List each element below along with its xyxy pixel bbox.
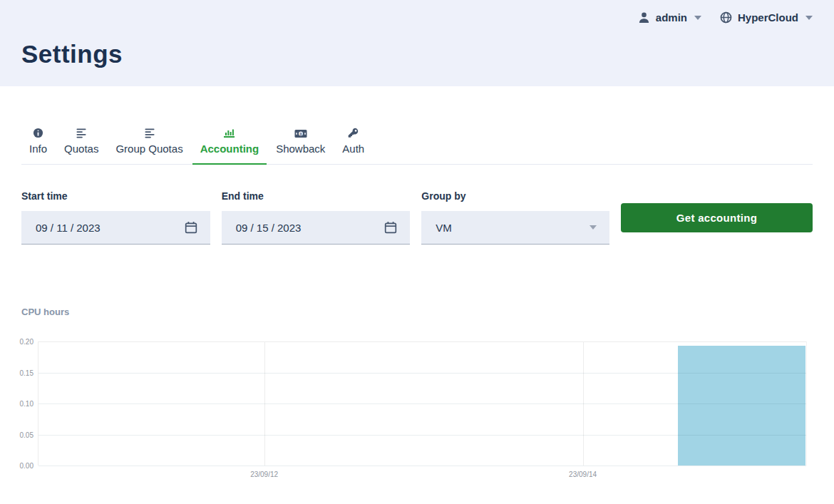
end-time-value: 09 / 15 / 2023	[236, 222, 385, 234]
end-time-input[interactable]: 09 / 15 / 2023	[222, 211, 411, 245]
main-content: Info Quotas Group Quotas Accounting 0 Sh…	[0, 127, 834, 466]
chevron-down-icon	[694, 16, 701, 20]
y-gridline	[38, 466, 806, 466]
tab-auth[interactable]: Auth	[334, 127, 372, 165]
user-icon	[638, 11, 650, 24]
x-tick-label: 23/09/12	[250, 470, 278, 478]
svg-text:0: 0	[299, 132, 302, 136]
x-tick-label: 23/09/14	[569, 470, 597, 478]
tab-label: Accounting	[200, 143, 259, 155]
chart-plot: 23/09/1223/09/140.200.150.100.050.00	[38, 341, 807, 466]
user-menu[interactable]: admin	[638, 11, 701, 24]
chevron-down-icon	[590, 225, 597, 230]
align-left-icon	[144, 127, 155, 138]
tab-info[interactable]: Info	[21, 127, 55, 165]
end-time-label: End time	[222, 190, 411, 202]
settings-tabbar: Info Quotas Group Quotas Accounting 0 Sh…	[21, 127, 813, 165]
cpu-hours-chart: 23/09/1223/09/140.200.150.100.050.00	[38, 341, 807, 466]
y-gridline	[38, 373, 806, 374]
tab-accounting[interactable]: Accounting	[192, 127, 267, 165]
end-time-field: End time 09 / 15 / 2023	[222, 190, 411, 245]
top-menus: admin HyperCloud	[638, 11, 813, 24]
chevron-down-icon	[805, 16, 813, 20]
zone-menu[interactable]: HyperCloud	[720, 11, 813, 24]
start-time-input[interactable]: 09 / 11 / 2023	[21, 211, 210, 245]
start-time-label: Start time	[21, 190, 210, 202]
page-title: Settings	[21, 40, 123, 68]
bar-chart-icon	[223, 127, 235, 138]
tab-label: Showback	[276, 143, 325, 155]
globe-icon	[720, 11, 732, 24]
get-accounting-button[interactable]: Get accounting	[621, 203, 813, 232]
align-left-icon	[76, 127, 87, 138]
start-time-field: Start time 09 / 11 / 2023	[21, 190, 210, 245]
chart-bar[interactable]	[678, 346, 805, 466]
key-icon	[348, 127, 359, 138]
tab-group-quotas[interactable]: Group Quotas	[108, 127, 190, 165]
submit-wrap: Get accounting	[621, 203, 813, 232]
page-header: admin HyperCloud Settings	[0, 0, 834, 86]
calendar-icon[interactable]	[384, 221, 397, 234]
info-circle-icon	[33, 127, 43, 138]
tab-showback[interactable]: 0 Showback	[268, 127, 333, 165]
accounting-form: Start time 09 / 11 / 2023 End time 09 / …	[21, 190, 813, 245]
y-tick-label: 0.05	[20, 431, 34, 438]
y-tick-label: 0.10	[20, 400, 34, 408]
tab-label: Quotas	[64, 143, 98, 155]
y-tick-label: 0.00	[20, 462, 34, 470]
group-by-field: Group by VM	[421, 190, 609, 245]
y-tick-label: 0.20	[20, 338, 34, 346]
tab-label: Group Quotas	[115, 143, 182, 155]
user-menu-label: admin	[656, 11, 687, 24]
start-time-value: 09 / 11 / 2023	[36, 222, 185, 234]
group-by-select[interactable]: VM	[421, 211, 609, 245]
group-by-label: Group by	[421, 190, 609, 202]
tab-label: Info	[29, 143, 47, 155]
money-bill-icon: 0	[294, 127, 307, 138]
y-gridline	[38, 341, 806, 342]
y-gridline	[38, 435, 806, 436]
tab-quotas[interactable]: Quotas	[56, 127, 106, 165]
chart-title: CPU hours	[21, 307, 813, 317]
y-tick-label: 0.15	[20, 369, 34, 376]
group-by-value: VM	[436, 222, 590, 234]
y-gridline	[38, 403, 806, 404]
calendar-icon[interactable]	[185, 221, 197, 234]
tab-label: Auth	[342, 143, 364, 155]
zone-menu-label: HyperCloud	[738, 11, 798, 24]
